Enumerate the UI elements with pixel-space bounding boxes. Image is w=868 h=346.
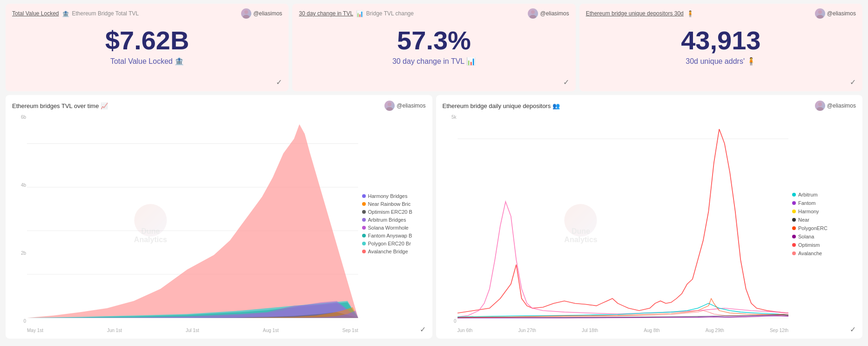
legend-label-dep-avalanche: Avalanche	[798, 251, 822, 256]
svg-point-4	[818, 10, 822, 14]
dep-y-label-0: 0	[443, 319, 457, 324]
avatar-chart-tvl	[384, 101, 395, 111]
legend-item-near: Near Rainbow Bric	[362, 201, 426, 207]
chart-tvl-header: Ethereum bridges TVL over time 📈 @eliasi…	[12, 101, 426, 111]
metric-title-row-change: 30 day change in TVL 📊 Bridge TVL change	[299, 10, 414, 17]
metric-title-icon-change: 📊	[356, 10, 363, 17]
legend-dot-dep-solana	[792, 235, 796, 238]
legend-label-avalanche: Avalanche Bridge	[368, 249, 408, 254]
legend-item-optimism: Optimism ERC20 B	[362, 209, 426, 215]
legend-dot-optimism	[362, 210, 366, 214]
svg-point-13	[817, 107, 823, 111]
legend-item-dep-solana: Solana	[792, 234, 856, 239]
y-label-6b: 6b	[12, 115, 26, 120]
legend-label-arbitrum: Arbitrum Bridges	[368, 217, 406, 223]
legend-item-arbitrum: Arbitrum Bridges	[362, 217, 426, 223]
svg-point-6	[388, 102, 391, 106]
legend-dot-arbitrum	[362, 218, 366, 222]
metric-card-depositors: Ethereum bridge unique depositors 30d 🧍 …	[579, 4, 862, 91]
x-label-aug29: Aug 29th	[706, 328, 724, 333]
user-badge-tvl[interactable]: @eliasimos	[241, 8, 282, 19]
legend-item-dep-avalanche: Avalanche	[792, 251, 856, 256]
user-badge-chart-tvl[interactable]: @eliasimos	[384, 101, 425, 111]
charts-row: Ethereum bridges TVL over time 📈 @eliasi…	[0, 93, 868, 342]
avatar-depositors	[815, 8, 825, 19]
chart-tvl-svg-area: Dune Analytics 0 2b 4b 6b	[12, 115, 358, 333]
legend-item-dep-harmony: Harmony	[792, 209, 856, 214]
legend-dot-dep-fantom	[792, 201, 796, 205]
legend-item-dep-arbitrum: Arbitrum	[792, 192, 856, 197]
metric-title-row-depositors: Ethereum bridge unique depositors 30d 🧍	[586, 10, 694, 17]
metric-title-link-depositors[interactable]: Ethereum bridge unique depositors 30d	[586, 10, 684, 17]
legend-label-dep-near: Near	[798, 217, 809, 223]
svg-point-1	[243, 15, 249, 19]
svg-point-3	[530, 15, 536, 19]
metric-value-change: 57.3%	[299, 26, 569, 55]
legend-item-harmony: Harmony Bridges	[362, 193, 426, 199]
chart-depositors-icon: 👥	[552, 102, 560, 109]
depositors-svg-chart	[458, 115, 789, 323]
chart-tvl-legend: Harmony Bridges Near Rainbow Bric Optimi…	[358, 115, 426, 333]
avatar-tvl	[241, 8, 251, 19]
x-label-jun27: Jun 27th	[518, 328, 536, 333]
metric-title-desc-tvl: Ethereum Bridge Total TVL	[72, 10, 139, 17]
svg-point-5	[817, 15, 823, 19]
user-badge-chart-depositors[interactable]: @eliasimos	[815, 101, 856, 111]
metric-card-tvl-header: Total Value Locked 🏦 Ethereum Bridge Tot…	[12, 8, 282, 19]
legend-label-harmony: Harmony Bridges	[368, 193, 408, 199]
chart-depositors-check: ✓	[850, 325, 856, 334]
legend-dot-dep-harmony	[792, 210, 796, 213]
legend-label-solana: Solana Wormhole	[368, 225, 409, 231]
svg-point-2	[531, 10, 535, 14]
y-label-4b: 4b	[12, 183, 26, 188]
legend-item-avalanche: Avalanche Bridge	[362, 249, 426, 254]
y-label-2b: 2b	[12, 251, 26, 256]
legend-item-dep-near: Near	[792, 217, 856, 223]
user-badge-change[interactable]: @eliasimos	[528, 8, 569, 19]
legend-item-polygon: Polygon ERC20 Br	[362, 241, 426, 246]
user-name-chart-tvl: @eliasimos	[397, 102, 425, 109]
legend-item-dep-polygon: PolygonERC	[792, 225, 856, 231]
metric-title-row-tvl: Total Value Locked 🏦 Ethereum Bridge Tot…	[12, 10, 139, 17]
metric-label-depositors: 30d unique addrs' 🧍	[586, 57, 856, 66]
x-label-jun6: Jun 6th	[458, 328, 473, 333]
legend-label-dep-arbitrum: Arbitrum	[798, 192, 818, 197]
legend-item-dep-optimism: Optimism	[792, 242, 856, 248]
user-name-depositors: @eliasimos	[827, 10, 856, 17]
legend-label-dep-optimism: Optimism	[798, 242, 820, 248]
legend-item-fantom: Fantom Anyswap B	[362, 233, 426, 238]
svg-point-0	[244, 10, 248, 14]
legend-label-optimism: Optimism ERC20 B	[368, 209, 412, 215]
user-name-chart-depositors: @eliasimos	[827, 102, 856, 109]
chart-depositors-header: Ethereum bridge daily unique depositors …	[443, 101, 856, 111]
legend-dot-harmony	[362, 194, 366, 198]
legend-item-dep-fantom: Fantom	[792, 200, 856, 206]
legend-dot-fantom	[362, 234, 366, 237]
metric-title-link-tvl[interactable]: Total Value Locked	[12, 10, 59, 17]
chart-depositors-title: Ethereum bridge daily unique depositors …	[443, 102, 560, 109]
svg-point-7	[386, 107, 393, 111]
tvl-svg-chart	[27, 115, 358, 323]
user-name-tvl: @eliasimos	[253, 10, 282, 17]
chart-tvl-title: Ethereum bridges TVL over time 📈	[12, 102, 108, 109]
legend-dot-dep-near	[792, 218, 796, 222]
legend-dot-dep-arbitrum	[792, 193, 796, 197]
metric-title-icon-depositors: 🧍	[686, 10, 694, 17]
metric-value-tvl: $7.62B	[12, 26, 282, 55]
chart-depositors-legend: Arbitrum Fantom Harmony Near PolygonERC	[788, 115, 856, 333]
legend-item-solana: Solana Wormhole	[362, 225, 426, 231]
legend-label-near: Near Rainbow Bric	[368, 201, 411, 207]
legend-label-dep-harmony: Harmony	[798, 209, 819, 214]
metric-title-desc-change: Bridge TVL change	[366, 10, 414, 17]
metric-title-link-change[interactable]: 30 day change in TVL	[299, 10, 353, 17]
user-badge-depositors[interactable]: @eliasimos	[815, 8, 856, 19]
avatar-change	[528, 8, 538, 19]
metric-card-depositors-header: Ethereum bridge unique depositors 30d 🧍 …	[586, 8, 856, 19]
metric-check-tvl: ✓	[276, 78, 282, 87]
x-label-aug8: Aug 8th	[644, 328, 659, 333]
chart-depositors-svg-area: Dune Analytics 0 5k	[443, 115, 789, 333]
metric-card-change: 30 day change in TVL 📊 Bridge TVL change…	[292, 4, 575, 91]
legend-dot-near	[362, 202, 366, 206]
metric-label-change: 30 day change in TVL 📊	[299, 57, 569, 66]
legend-dot-solana	[362, 226, 366, 230]
